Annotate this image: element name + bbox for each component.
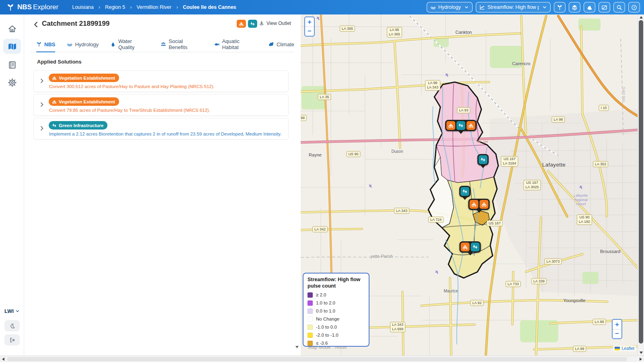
trees-icon bbox=[250, 21, 255, 27]
legend-swatch bbox=[308, 341, 313, 346]
image-slash-icon bbox=[601, 4, 607, 10]
vegetation-badge bbox=[237, 20, 246, 28]
solution-marker[interactable] bbox=[445, 120, 477, 131]
scroll-down-arrow[interactable] bbox=[640, 352, 643, 354]
legend-label: 0.0 to 1.0 bbox=[316, 309, 335, 313]
breadcrumb-item[interactable]: Louisiana bbox=[72, 4, 94, 10]
moon-icon bbox=[9, 323, 15, 329]
expand-chevron-icon[interactable] bbox=[39, 78, 47, 86]
tab-bar: NBS Hydrology Water Quality Social Benef… bbox=[30, 37, 294, 52]
legend-item: -1.0 to 0.0 bbox=[308, 325, 365, 330]
zoom-out-button[interactable]: − bbox=[613, 329, 621, 338]
zoom-out-button[interactable]: − bbox=[305, 27, 314, 36]
tab-aquatic-habitat[interactable]: Aquatic Habitat bbox=[214, 37, 257, 52]
expand-chevron-icon[interactable] bbox=[39, 125, 47, 133]
page-title: Catchment 21899199 bbox=[42, 20, 109, 28]
section-title: Applied Solutions bbox=[37, 59, 82, 65]
trees-icon bbox=[460, 187, 469, 196]
breadcrumb-item[interactable]: Region 5 bbox=[94, 4, 125, 10]
legend-label: ≥ 2.0 bbox=[316, 292, 326, 297]
solution-description: Convert 300.512 acres of Pasture/Hay to … bbox=[49, 84, 215, 89]
trees-icon bbox=[456, 121, 465, 130]
people-icon bbox=[161, 41, 166, 47]
solution-type-badge: Green Infrastructure bbox=[49, 121, 107, 130]
solution-card[interactable]: Vegetation Establishment Convert 79.85 a… bbox=[33, 94, 289, 116]
expand-chevron-icon[interactable] bbox=[39, 101, 47, 109]
legend-item: ≤ -3.6 bbox=[308, 341, 365, 346]
journal-icon bbox=[8, 60, 17, 70]
applied-solutions-list: Vegetation Establishment Convert 300.512… bbox=[33, 70, 289, 140]
metric-select[interactable]: Streamflow: High flow pulse c bbox=[476, 2, 551, 12]
dark-mode-toggle[interactable] bbox=[4, 320, 20, 331]
vertical-scrollbar[interactable] bbox=[638, 14, 644, 356]
horizontal-scrollbar[interactable] bbox=[0, 356, 644, 362]
layers-button[interactable] bbox=[569, 2, 580, 12]
droplet-icon bbox=[110, 41, 116, 47]
chevron-down-icon bbox=[15, 309, 20, 313]
legend-swatch bbox=[308, 317, 313, 322]
legend-swatch bbox=[308, 325, 313, 330]
trees-icon bbox=[479, 155, 487, 164]
sidebar-item-settings[interactable] bbox=[3, 75, 21, 90]
solution-marker[interactable] bbox=[477, 154, 489, 165]
app-window: NBSExplorer Louisiana Region 5 Vermillio… bbox=[0, 0, 644, 362]
nbs-logo-icon bbox=[6, 3, 14, 11]
fish-icon bbox=[214, 41, 220, 47]
legend-title: Streamflow: High flow pulse count bbox=[308, 276, 365, 290]
logo-text-bold: NBS bbox=[17, 3, 32, 11]
help-button[interactable] bbox=[628, 2, 640, 12]
solution-marker[interactable] bbox=[460, 241, 481, 253]
zoom-in-button[interactable]: + bbox=[305, 17, 314, 27]
legend-label: ≤ -3.6 bbox=[316, 341, 328, 346]
chevron-down-icon bbox=[542, 5, 547, 10]
lwi-menu[interactable]: LWI bbox=[0, 308, 24, 314]
sidebar-item-reports[interactable] bbox=[3, 57, 21, 72]
breadcrumb-item[interactable]: Coulee Ile des Cannes bbox=[171, 4, 236, 10]
legend-label: -1.0 to 0.0 bbox=[316, 325, 337, 329]
layer-select[interactable]: Hydrology bbox=[427, 2, 473, 12]
zoom-in-button[interactable]: + bbox=[613, 320, 621, 329]
legend-item: ≥ 2.0 bbox=[308, 292, 365, 298]
solution-marker[interactable] bbox=[469, 199, 490, 210]
breadcrumb-item[interactable]: Vermillion River bbox=[125, 4, 171, 10]
chevron-down-icon bbox=[464, 5, 469, 10]
plant-filter-button[interactable] bbox=[554, 2, 566, 12]
panel-scroll-down-arrow[interactable] bbox=[295, 346, 299, 348]
solution-marker[interactable] bbox=[459, 186, 471, 197]
search-button[interactable] bbox=[613, 2, 625, 12]
vertical-scrollbar-thumb[interactable] bbox=[639, 20, 643, 343]
tab-label: NBS bbox=[44, 41, 55, 47]
tab-water-quality[interactable]: Water Quality bbox=[110, 37, 149, 52]
detail-panel: Catchment 21899199 View Outlet NBS Hydro… bbox=[24, 14, 301, 356]
water-icon bbox=[430, 4, 436, 10]
chart-icon bbox=[479, 4, 485, 10]
tab-climate[interactable]: Climate bbox=[268, 37, 294, 52]
scroll-left-arrow[interactable] bbox=[2, 358, 4, 361]
logout-button[interactable] bbox=[4, 334, 20, 346]
solution-type-badges bbox=[237, 20, 257, 28]
chevron-left-icon bbox=[32, 21, 39, 28]
horizontal-scrollbar-thumb[interactable] bbox=[7, 357, 627, 361]
map-attribution: Leaflet bbox=[613, 346, 636, 351]
tab-nbs[interactable]: NBS bbox=[36, 37, 55, 52]
scroll-up-arrow[interactable] bbox=[640, 16, 643, 19]
sidebar-item-home[interactable] bbox=[3, 21, 21, 36]
tractor-icon bbox=[461, 243, 470, 251]
tab-hydrology[interactable]: Hydrology bbox=[67, 37, 99, 52]
app-logo[interactable]: NBSExplorer bbox=[6, 3, 58, 11]
legend-item: 1.0 to 2.0 bbox=[308, 300, 365, 306]
leaflet-link[interactable]: Leaflet bbox=[621, 346, 634, 351]
sidebar: LWI bbox=[0, 14, 24, 356]
scroll-right-arrow[interactable] bbox=[640, 358, 642, 361]
puzzle-icon bbox=[586, 4, 592, 10]
basemap-button[interactable] bbox=[599, 2, 610, 12]
sidebar-item-map[interactable] bbox=[3, 39, 21, 54]
metric-select-value: Streamflow: High flow pulse c bbox=[487, 4, 539, 10]
tab-social-benefits[interactable]: Social Benefits bbox=[161, 37, 202, 52]
extensions-button[interactable] bbox=[584, 2, 595, 12]
map[interactable]: LA 365 LA 95 LA 365 LA 98 LA 343 LA 35 L… bbox=[301, 14, 638, 356]
solution-card[interactable]: Vegetation Establishment Convert 300.512… bbox=[33, 70, 289, 92]
view-outlet-button[interactable]: View Outlet bbox=[259, 21, 291, 26]
back-button[interactable] bbox=[32, 20, 41, 29]
solution-card[interactable]: Green Infrastructure Implement a 2.12 ac… bbox=[33, 118, 289, 140]
